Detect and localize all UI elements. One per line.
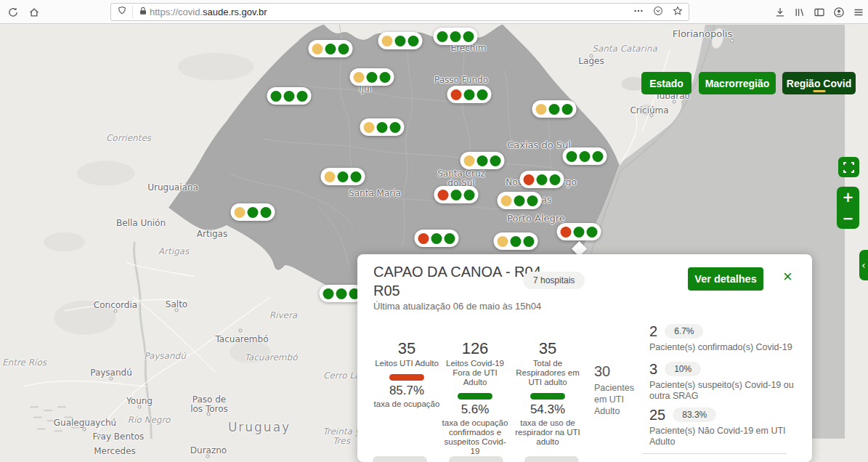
pocket-icon[interactable]	[653, 6, 663, 19]
patient-label: Paciente(s) suspeito(s) Covid-19 ou outr…	[649, 380, 803, 402]
yellow-light-icon	[364, 122, 375, 133]
hospital-status-marker[interactable]	[415, 230, 459, 247]
stat-percent: 54.3%	[511, 402, 584, 417]
hospital-status-marker[interactable]	[360, 118, 405, 136]
see-details-button[interactable]: Ver detalhes	[688, 267, 763, 291]
city-dot	[239, 329, 243, 333]
stat-percent: 85.7%	[373, 384, 441, 398]
green-light-icon	[338, 44, 349, 54]
uti-patients-block: 30 Pacientes em UTI Adulto	[594, 363, 645, 417]
green-light-icon	[390, 122, 401, 133]
hospital-status-marker[interactable]	[563, 147, 607, 165]
zoom-out-button[interactable]: −	[837, 208, 859, 229]
zoom-in-button[interactable]: +	[837, 187, 859, 208]
hospital-status-marker[interactable]	[498, 192, 542, 209]
city-dot	[175, 309, 179, 312]
stat-label: Leitos UTI Adulto	[373, 359, 441, 368]
city-dot	[114, 309, 118, 313]
stat-column-1: 35Leitos UTI Adulto85.7%taxa de ocupação	[373, 340, 441, 409]
url-bar[interactable]: https://covid.saude.rs.gov.br	[110, 3, 689, 21]
hospital-status-marker[interactable]	[378, 32, 423, 49]
hospital-status-marker[interactable]	[520, 171, 564, 188]
hospital-status-marker[interactable]	[267, 87, 312, 105]
hospital-status-marker[interactable]	[231, 203, 275, 221]
yellow-light-icon	[498, 236, 508, 247]
status-bar	[389, 374, 424, 381]
fullscreen-button[interactable]	[838, 157, 859, 177]
hospitals-count-badge: 7 hospitais	[523, 272, 585, 289]
reload-icon[interactable]	[7, 7, 19, 18]
hospital-status-marker[interactable]	[461, 152, 505, 169]
stat-value: 126	[440, 340, 510, 357]
green-light-icon	[477, 89, 488, 100]
hospital-status-marker[interactable]	[447, 86, 492, 103]
green-light-icon	[437, 31, 448, 42]
yellow-light-icon	[354, 72, 365, 83]
hospital-status-marker-selected[interactable]	[557, 223, 601, 240]
green-light-icon	[450, 31, 461, 42]
stat-label: Total de Respiradores em UTI adulto	[511, 359, 584, 387]
stat-pill-stub	[449, 456, 503, 462]
city-dot	[650, 114, 654, 118]
city-dot	[206, 455, 210, 458]
patient-row-3: 2583.3%Paciente(s) Não Covid-19 em UTI A…	[649, 407, 803, 447]
patient-percent-badge: 83.3%	[673, 408, 716, 422]
map-label-mercedes: Mercedes	[94, 447, 136, 456]
map-label-gualeguaych: Gualeguaychú	[54, 418, 116, 428]
menu-hamburger-icon[interactable]	[853, 7, 864, 18]
green-light-icon	[380, 72, 391, 83]
map-level-button-estado[interactable]: Estado	[641, 72, 691, 94]
hospital-status-marker[interactable]	[321, 168, 365, 185]
close-icon[interactable]: ×	[783, 269, 792, 285]
patient-count: 2	[649, 323, 657, 340]
hospital-status-marker[interactable]	[350, 68, 394, 86]
home-icon[interactable]	[28, 7, 40, 18]
green-light-icon	[395, 36, 406, 46]
green-light-icon	[574, 227, 585, 238]
green-light-icon	[580, 151, 591, 162]
hospital-status-marker[interactable]	[434, 28, 478, 45]
green-light-icon	[587, 227, 598, 238]
green-light-icon	[593, 151, 604, 162]
map-level-button-regi-o-covid[interactable]: Região Covid	[782, 72, 856, 94]
green-light-icon	[297, 91, 308, 102]
patient-percent-badge: 6.7%	[665, 324, 703, 339]
url-text: https://covid.saude.rs.gov.br	[150, 7, 267, 17]
yellow-light-icon	[325, 171, 336, 182]
bookmark-star-icon[interactable]	[673, 6, 683, 19]
yellow-light-icon	[312, 44, 323, 54]
page-actions-icon[interactable]	[633, 6, 644, 19]
downloads-icon[interactable]	[774, 7, 786, 18]
map-label-corrientes: Corrientes	[106, 134, 151, 143]
green-light-icon	[261, 207, 272, 218]
hospital-status-marker[interactable]	[434, 186, 479, 203]
city-dot	[83, 428, 86, 431]
hospital-status-marker[interactable]	[532, 100, 577, 118]
map-label-uruguay: Uruguay	[228, 423, 291, 432]
green-light-icon	[463, 31, 474, 42]
tracking-shield-icon[interactable]	[117, 6, 127, 19]
green-light-icon	[527, 195, 538, 206]
stat-value: 35	[373, 340, 441, 357]
urlbar-divider	[132, 6, 133, 18]
green-light-icon	[351, 171, 362, 182]
stat-column-2: 126Leitos Covid-19 Fora de UTI Adulto5.6…	[440, 340, 510, 456]
hospital-status-marker[interactable]	[309, 40, 353, 57]
map-canvas[interactable]: FlorianópolisLagesErechimPasso FundoTuba…	[0, 25, 868, 462]
edge-panel-tab[interactable]: ‹	[859, 250, 868, 280]
hospital-status-marker[interactable]	[494, 232, 538, 250]
lock-icon[interactable]	[138, 6, 148, 19]
green-light-icon	[514, 195, 525, 206]
map-label-porto-alegre: Porto Alegre	[507, 214, 565, 223]
city-dot	[138, 405, 142, 409]
map-label-passo-fundo: Passo Fundo	[434, 76, 488, 85]
library-icon[interactable]	[794, 7, 806, 18]
account-icon[interactable]	[833, 7, 845, 18]
map-level-button-macrorregi-o[interactable]: Macrorregião	[699, 72, 776, 94]
sidebar-icon[interactable]	[814, 7, 825, 18]
patient-label: Paciente(s) Não Covid-19 em UTI Adulto	[649, 426, 803, 447]
yellow-light-icon	[536, 104, 547, 115]
map-label-artigas: Artigas	[158, 247, 189, 256]
green-light-icon	[550, 174, 561, 185]
map-label-tacuaremb: Tacuarembó	[216, 335, 269, 344]
